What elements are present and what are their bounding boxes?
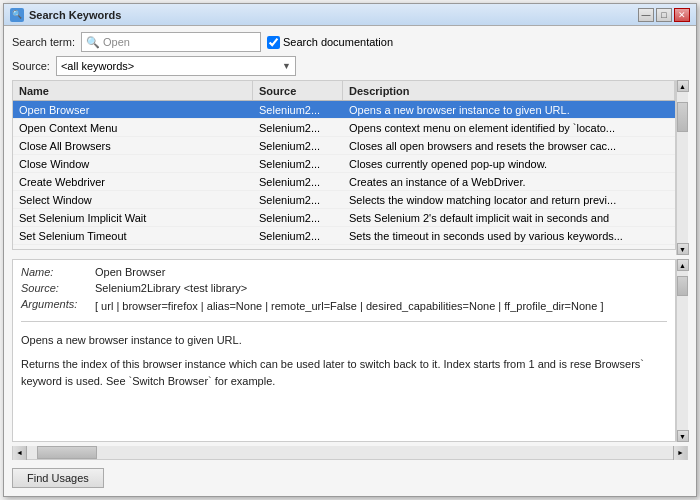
cell-source: Selenium2... xyxy=(253,194,343,206)
table-header: Name Source Description xyxy=(13,81,675,101)
detail-panel: Name: Open Browser Source: Selenium2Libr… xyxy=(12,259,676,442)
detail-name-label: Name: xyxy=(21,266,91,278)
scroll-left-button[interactable]: ◄ xyxy=(13,446,27,460)
detail-source-value: Selenium2Library <test library> xyxy=(95,282,667,294)
detail-scroll-down-button[interactable]: ▼ xyxy=(677,430,689,442)
table-area: Name Source Description Open Browser Sel… xyxy=(12,80,688,255)
table-row[interactable]: Close Window Selenium2... Closes current… xyxy=(13,155,675,173)
cell-source: Selenium2... xyxy=(253,122,343,134)
search-term-label: Search term: xyxy=(12,36,75,48)
source-dropdown[interactable]: <all keywords> ▼ xyxy=(56,56,296,76)
close-button[interactable]: ✕ xyxy=(674,8,690,22)
detail-source-row: Source: Selenium2Library <test library> xyxy=(21,282,667,294)
scroll-right-button[interactable]: ► xyxy=(673,446,687,460)
cell-name: Close Window xyxy=(13,158,253,170)
find-usages-button[interactable]: Find Usages xyxy=(12,468,104,488)
table-row[interactable]: Close All Browsers Selenium2... Closes a… xyxy=(13,137,675,155)
cell-name: Set Selenium Timeout xyxy=(13,230,253,242)
detail-description1: Opens a new browser instance to given UR… xyxy=(21,332,667,349)
detail-name-value: Open Browser xyxy=(95,266,667,278)
cell-source: Selenium2... xyxy=(253,230,343,242)
h-scroll-thumb[interactable] xyxy=(37,446,97,459)
footer: Find Usages xyxy=(12,464,688,490)
title-bar-left: 🔍 Search Keywords xyxy=(10,8,121,22)
content-area: Search term: 🔍 Search documentation Sour… xyxy=(4,26,696,496)
table-row[interactable]: Set Selenium Implicit Wait Selenium2... … xyxy=(13,209,675,227)
search-input[interactable] xyxy=(103,36,256,48)
cell-description: Selects the window matching locator and … xyxy=(343,194,675,206)
col-header-source: Source xyxy=(253,81,343,100)
detail-area: Name: Open Browser Source: Selenium2Libr… xyxy=(12,259,688,442)
table-row[interactable]: Select Window Selenium2... Selects the w… xyxy=(13,191,675,209)
detail-scroll-thumb[interactable] xyxy=(677,276,688,296)
cell-source: Selenium2... xyxy=(253,212,343,224)
cell-source: Selenium2... xyxy=(253,176,343,188)
main-window: 🔍 Search Keywords — □ ✕ Search term: 🔍 S… xyxy=(3,3,697,497)
h-scroll-track xyxy=(27,446,673,459)
cell-description: Opens a new browser instance to given UR… xyxy=(343,104,675,116)
cell-name: Open Browser xyxy=(13,104,253,116)
source-row: Source: <all keywords> ▼ xyxy=(12,56,688,76)
source-value: <all keywords> xyxy=(61,60,134,72)
keyword-table: Name Source Description Open Browser Sel… xyxy=(12,80,676,250)
detail-scroll-track xyxy=(677,271,688,430)
col-header-name: Name xyxy=(13,81,253,100)
col-header-description: Description xyxy=(343,81,675,100)
scroll-track xyxy=(677,92,688,243)
table-row[interactable]: Open Browser Selenium2... Opens a new br… xyxy=(13,101,675,119)
search-doc-label: Search documentation xyxy=(283,36,393,48)
cell-source: Selenium2... xyxy=(253,158,343,170)
cell-name: Open Context Menu xyxy=(13,122,253,134)
cell-description: Closes all open browsers and resets the … xyxy=(343,140,675,152)
cell-source: Selenium2... xyxy=(253,140,343,152)
cell-description: Creates an instance of a WebDriver. xyxy=(343,176,675,188)
search-icon: 🔍 xyxy=(86,36,100,49)
detail-name-row: Name: Open Browser xyxy=(21,266,667,278)
source-label: Source: xyxy=(12,60,50,72)
search-doc-checkbox-row: Search documentation xyxy=(267,36,393,49)
scroll-up-button[interactable]: ▲ xyxy=(677,80,689,92)
search-box: 🔍 xyxy=(81,32,261,52)
table-row[interactable]: Open Context Menu Selenium2... Opens con… xyxy=(13,119,675,137)
window-title: Search Keywords xyxy=(29,9,121,21)
cell-name: Create Webdriver xyxy=(13,176,253,188)
dropdown-arrow-icon: ▼ xyxy=(282,61,291,71)
search-term-row: Search term: 🔍 Search documentation xyxy=(12,32,688,52)
table-row[interactable]: Set Selenium Timeout Selenium2... Sets t… xyxy=(13,227,675,245)
detail-args-label: Arguments: xyxy=(21,298,91,310)
title-bar: 🔍 Search Keywords — □ ✕ xyxy=(4,4,696,26)
cell-description: Sets Selenium 2's default implicit wait … xyxy=(343,212,675,224)
cell-description: Sets the timeout in seconds used by vari… xyxy=(343,230,675,242)
detail-args-row: Arguments: [ url | browser=firefox | ali… xyxy=(21,298,667,315)
horizontal-scrollbar: ◄ ► xyxy=(12,446,688,460)
divider xyxy=(21,321,667,322)
minimize-button[interactable]: — xyxy=(638,8,654,22)
detail-description2: Returns the index of this browser instan… xyxy=(21,356,667,389)
cell-name: Set Selenium Implicit Wait xyxy=(13,212,253,224)
table-row[interactable]: Create Webdriver Selenium2... Creates an… xyxy=(13,173,675,191)
cell-description: Closes currently opened pop-up window. xyxy=(343,158,675,170)
cell-name: Select Window xyxy=(13,194,253,206)
maximize-button[interactable]: □ xyxy=(656,8,672,22)
cell-source: Selenium2... xyxy=(253,104,343,116)
detail-scroll-up-button[interactable]: ▲ xyxy=(677,259,689,271)
cell-description: Opens context menu on element identified… xyxy=(343,122,675,134)
scroll-thumb[interactable] xyxy=(677,102,688,132)
search-doc-checkbox[interactable] xyxy=(267,36,280,49)
detail-scrollbar-v: ▲ ▼ xyxy=(676,259,688,442)
scroll-down-button[interactable]: ▼ xyxy=(677,243,689,255)
table-body: Open Browser Selenium2... Opens a new br… xyxy=(13,101,675,249)
title-buttons: — □ ✕ xyxy=(638,8,690,22)
table-scrollbar-v: ▲ ▼ xyxy=(676,80,688,255)
detail-args-value: [ url | browser=firefox | alias=None | r… xyxy=(95,298,667,315)
window-icon: 🔍 xyxy=(10,8,24,22)
cell-name: Close All Browsers xyxy=(13,140,253,152)
detail-source-label: Source: xyxy=(21,282,91,294)
